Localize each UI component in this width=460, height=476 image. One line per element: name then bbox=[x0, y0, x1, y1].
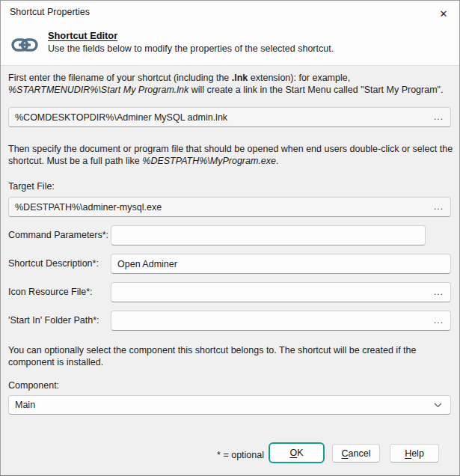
help-rest: elp bbox=[411, 448, 424, 459]
help-mnemonic: H bbox=[405, 448, 411, 459]
shortcut-filename-field[interactable]: %COMDESKTOPDIR%\Adminer MySQL admin.lnk … bbox=[8, 107, 451, 127]
intro-text: First enter the filename of your shortcu… bbox=[8, 73, 232, 83]
shortcut-description-value: Open Adminer bbox=[111, 259, 450, 269]
help-button[interactable]: Help bbox=[390, 444, 439, 463]
target-file-value: %DESTPATH%\adminer-mysql.exe bbox=[9, 202, 450, 213]
icon-resource-file-label: Icon Resource File*: bbox=[8, 287, 93, 297]
component-dropdown[interactable]: Main bbox=[8, 395, 451, 415]
ok-mnemonic: O bbox=[289, 448, 297, 458]
component-selected-value: Main bbox=[9, 400, 434, 410]
chain-link-icon bbox=[10, 34, 39, 58]
browse-icon-button[interactable]: ... bbox=[434, 286, 444, 296]
intro-text-post: will create a link in the Start Menu cal… bbox=[188, 85, 443, 95]
command-parameters-label: Command Parameters*: bbox=[8, 230, 108, 240]
icon-resource-file-input[interactable]: ... bbox=[111, 282, 451, 302]
intro-example-path: %STARTMENUDIR%\Start My Program.lnk bbox=[8, 85, 188, 95]
close-icon: ✕ bbox=[440, 8, 448, 19]
component-label: Component: bbox=[8, 380, 59, 391]
optional-note: * = optional bbox=[1, 450, 264, 460]
dialog-header-band: Shortcut Properties ✕ Shortcut Editor Us… bbox=[1, 1, 459, 66]
target-paragraph: Then specify the document or program fil… bbox=[8, 143, 456, 167]
shortcut-description-label: Shortcut Description*: bbox=[8, 258, 99, 269]
shortcut-properties-dialog: Shortcut Properties ✕ Shortcut Editor Us… bbox=[0, 0, 460, 476]
cancel-button[interactable]: Cancel bbox=[332, 444, 380, 463]
header-subtitle: Use the fields below to modify the prope… bbox=[48, 43, 334, 54]
browse-filename-button[interactable]: ... bbox=[434, 111, 444, 121]
intro-paragraph: First enter the filename of your shortcu… bbox=[8, 72, 456, 96]
start-in-folder-input[interactable]: ... bbox=[111, 311, 451, 331]
intro-text-mid: extension): for example, bbox=[248, 73, 350, 83]
ok-rest: K bbox=[297, 448, 303, 458]
chevron-down-icon bbox=[434, 403, 442, 408]
command-parameters-input[interactable] bbox=[111, 225, 426, 245]
shortcut-description-input[interactable]: Open Adminer bbox=[111, 254, 451, 274]
cancel-rest: ancel bbox=[349, 448, 371, 459]
component-paragraph: You can optionally select the component … bbox=[8, 344, 456, 368]
window-title: Shortcut Properties bbox=[10, 7, 90, 17]
close-button[interactable]: ✕ bbox=[431, 4, 456, 23]
intro-bold-lnk: .lnk bbox=[232, 73, 248, 83]
target-text-post: . bbox=[276, 156, 278, 166]
browse-start-in-button[interactable]: ... bbox=[434, 314, 444, 325]
browse-target-button[interactable]: ... bbox=[434, 201, 444, 211]
start-in-folder-label: 'Start In' Folder Path*: bbox=[8, 315, 99, 326]
shortcut-filename-value: %COMDESKTOPDIR%\Adminer MySQL admin.lnk bbox=[9, 112, 450, 123]
ok-button[interactable]: OK bbox=[269, 442, 325, 463]
target-file-label: Target File: bbox=[8, 181, 55, 192]
cancel-mnemonic: C bbox=[342, 448, 349, 459]
target-file-field[interactable]: %DESTPATH%\adminer-mysql.exe ... bbox=[8, 197, 451, 217]
header-title: Shortcut Editor bbox=[48, 30, 117, 41]
target-example-path: %DESTPATH%\MyProgram.exe bbox=[142, 156, 276, 166]
